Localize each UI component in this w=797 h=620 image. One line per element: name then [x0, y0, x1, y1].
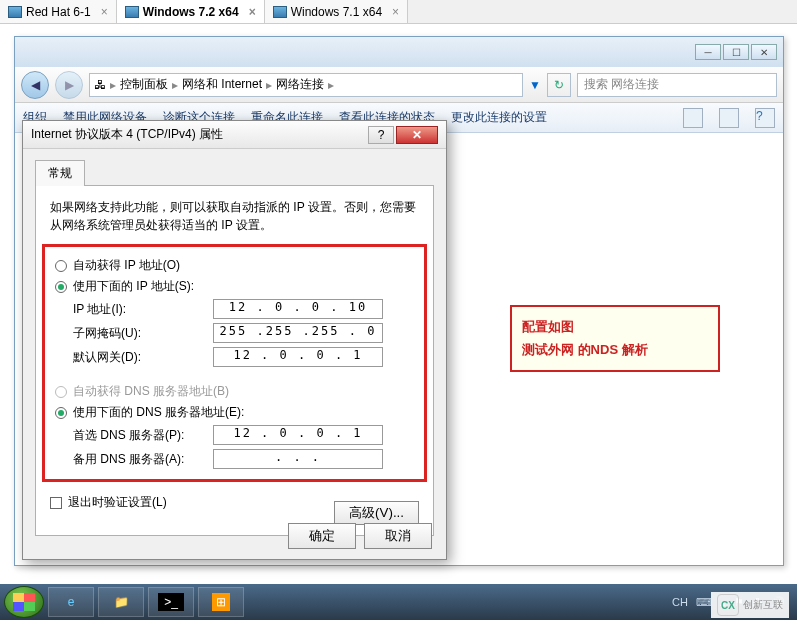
ip-address-input[interactable]: 12 . 0 . 0 . 10 [213, 299, 383, 319]
mask-label: 子网掩码(U): [73, 325, 213, 342]
tab-content: 如果网络支持此功能，则可以获取自动指派的 IP 设置。否则，您需要从网络系统管理… [35, 186, 434, 536]
gateway-input[interactable]: 12 . 0 . 0 . 1 [213, 347, 383, 367]
radio-use-dns[interactable]: 使用下面的 DNS 服务器地址(E): [55, 404, 414, 421]
keyboard-icon[interactable]: ⌨ [696, 596, 712, 609]
watermark-text: 创新互联 [743, 598, 783, 612]
gateway-label: 默认网关(D): [73, 349, 213, 366]
vm-icon [125, 6, 139, 18]
vm-tab-win71[interactable]: Windows 7.1 x64 × [265, 0, 408, 23]
radio-auto-ip[interactable]: 自动获得 IP 地址(O) [55, 257, 414, 274]
taskbar-explorer[interactable]: 📁 [98, 587, 144, 617]
vm-tab-label: Windows 7.2 x64 [143, 5, 239, 19]
taskbar-displayfusion[interactable]: ⊞ [198, 587, 244, 617]
radio-icon [55, 281, 67, 293]
ok-button[interactable]: 确定 [288, 523, 356, 549]
taskbar-ie[interactable]: e [48, 587, 94, 617]
vm-tab-label: Red Hat 6-1 [26, 5, 91, 19]
search-input[interactable]: 搜索 网络连接 [577, 73, 777, 97]
network-icon: 🖧 [94, 78, 106, 92]
vm-tab-redhat[interactable]: Red Hat 6-1 × [0, 0, 117, 23]
vm-icon [8, 6, 22, 18]
dropdown-icon[interactable]: ▼ [529, 78, 541, 92]
ip-label: IP 地址(I): [73, 301, 213, 318]
back-button[interactable]: ◀ [21, 71, 49, 99]
close-button[interactable]: ✕ [396, 126, 438, 144]
maximize-button[interactable]: ☐ [723, 44, 749, 60]
preview-icon[interactable] [719, 108, 739, 128]
ime-indicator[interactable]: CH [672, 596, 688, 608]
dialog-buttons: 确定 取消 [288, 523, 432, 549]
dialog-titlebar: Internet 协议版本 4 (TCP/IPv4) 属性 ? ✕ [23, 121, 446, 149]
cancel-button[interactable]: 取消 [364, 523, 432, 549]
toolbar-change[interactable]: 更改此连接的设置 [451, 109, 547, 126]
vm-icon [273, 6, 287, 18]
highlight-box: 自动获得 IP 地址(O) 使用下面的 IP 地址(S): IP 地址(I): … [42, 244, 427, 482]
dns2-label: 备用 DNS 服务器(A): [73, 451, 213, 468]
ie-icon: e [68, 595, 75, 609]
start-button[interactable] [4, 586, 44, 618]
view-icon[interactable] [683, 108, 703, 128]
crumb[interactable]: 控制面板 [120, 76, 168, 93]
close-icon[interactable]: × [249, 5, 256, 19]
refresh-button[interactable]: ↻ [547, 73, 571, 97]
checkbox-icon [50, 497, 62, 509]
window-titlebar: ─ ☐ ✕ [15, 37, 783, 67]
ipv4-properties-dialog: Internet 协议版本 4 (TCP/IPv4) 属性 ? ✕ 常规 如果网… [22, 120, 447, 560]
radio-auto-dns: 自动获得 DNS 服务器地址(B) [55, 383, 414, 400]
vm-tab-label: Windows 7.1 x64 [291, 5, 382, 19]
tab-general[interactable]: 常规 [35, 160, 85, 186]
radio-icon [55, 407, 67, 419]
watermark: CX 创新互联 [711, 592, 789, 618]
vm-tab-win72[interactable]: Windows 7.2 x64 × [117, 0, 265, 23]
close-icon[interactable]: × [101, 5, 108, 19]
radio-use-ip[interactable]: 使用下面的 IP 地址(S): [55, 278, 414, 295]
dialog-title: Internet 协议版本 4 (TCP/IPv4) 属性 [31, 126, 368, 143]
folder-icon: 📁 [114, 595, 129, 609]
dns2-input[interactable]: . . . [213, 449, 383, 469]
advanced-button[interactable]: 高级(V)... [334, 501, 419, 525]
tab-strip: 常规 [35, 159, 434, 186]
watermark-logo: CX [717, 594, 739, 616]
crumb[interactable]: 网络连接 [276, 76, 324, 93]
annotation-line1: 配置如图 [522, 315, 708, 338]
address-bar: ◀ ▶ 🖧 ▸ 控制面板 ▸ 网络和 Internet ▸ 网络连接 ▸ ▼ ↻… [15, 67, 783, 103]
subnet-mask-input[interactable]: 255 .255 .255 . 0 [213, 323, 383, 343]
vm-tab-bar: Red Hat 6-1 × Windows 7.2 x64 × Windows … [0, 0, 797, 24]
crumb[interactable]: 网络和 Internet [182, 76, 262, 93]
terminal-icon: >_ [158, 593, 184, 611]
search-placeholder: 搜索 网络连接 [584, 76, 659, 93]
app-icon: ⊞ [212, 593, 230, 611]
close-icon[interactable]: × [392, 5, 399, 19]
help-icon[interactable]: ? [755, 108, 775, 128]
radio-icon [55, 260, 67, 272]
minimize-button[interactable]: ─ [695, 44, 721, 60]
taskbar: e 📁 >_ ⊞ CH ⌨ ▴ ⚑ 🖧 🔊 [0, 584, 797, 620]
dns1-input[interactable]: 12 . 0 . 0 . 1 [213, 425, 383, 445]
radio-icon [55, 386, 67, 398]
help-button[interactable]: ? [368, 126, 394, 144]
annotation-line2: 测试外网 的NDS 解析 [522, 338, 708, 361]
dns1-label: 首选 DNS 服务器(P): [73, 427, 213, 444]
description-text: 如果网络支持此功能，则可以获取自动指派的 IP 设置。否则，您需要从网络系统管理… [50, 198, 419, 234]
annotation-box: 配置如图 测试外网 的NDS 解析 [510, 305, 720, 372]
forward-button[interactable]: ▶ [55, 71, 83, 99]
close-button[interactable]: ✕ [751, 44, 777, 60]
taskbar-cmd[interactable]: >_ [148, 587, 194, 617]
breadcrumb[interactable]: 🖧 ▸ 控制面板 ▸ 网络和 Internet ▸ 网络连接 ▸ [89, 73, 523, 97]
